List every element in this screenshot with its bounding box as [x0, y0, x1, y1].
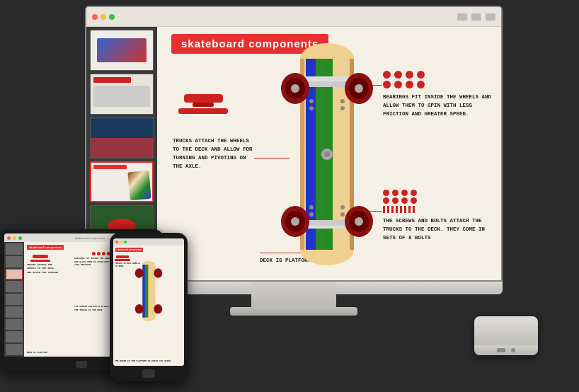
svg-point-31 — [340, 205, 345, 209]
slide-thumb-4[interactable] — [90, 161, 154, 202]
tablet-thumb-3[interactable] — [6, 269, 23, 280]
svg-point-28 — [309, 106, 314, 110]
tablet-thumb-8[interactable] — [6, 331, 23, 342]
phone-min — [120, 241, 122, 243]
svg-point-33 — [340, 212, 345, 217]
tablet-truck-icon — [30, 255, 51, 262]
tablet-home-button[interactable] — [76, 361, 87, 368]
tablet-thumb-2[interactable] — [6, 256, 23, 267]
slide-thumb-1[interactable] — [90, 30, 154, 71]
svg-point-48 — [135, 268, 144, 277]
toolbar-play[interactable] — [457, 13, 467, 21]
tablet-bearing-dots — [92, 252, 110, 255]
monitor-base — [230, 307, 357, 316]
svg-point-26 — [309, 99, 314, 103]
tablet-thumb-9[interactable] — [6, 344, 23, 355]
svg-point-49 — [154, 268, 162, 277]
main-slide: skateboard components TRUCKS ATTACH THE … — [157, 27, 501, 280]
svg-point-25 — [324, 151, 330, 157]
svg-point-15 — [355, 84, 363, 93]
phone-max — [124, 241, 127, 243]
skateboard-visual — [256, 38, 454, 280]
minimize-icon[interactable] — [101, 14, 106, 20]
maximize-icon[interactable] — [109, 14, 115, 20]
tablet-thumb-4[interactable] — [6, 281, 23, 292]
slide-thumb-3[interactable] — [90, 117, 154, 158]
svg-point-32 — [309, 212, 314, 217]
tablet-thumb-7[interactable] — [6, 319, 23, 330]
phone-topbar — [113, 238, 184, 246]
tablet-deck-text: DECK IS PLATFORM — [27, 352, 47, 354]
mac-mini-port-2 — [511, 348, 515, 352]
phone-main: skateboard components — [113, 246, 184, 366]
mac-mini-front — [474, 345, 538, 355]
truck-annotation: TRUCKS ATTACH THE WHEELS TO THE DECK AND… — [173, 137, 254, 171]
svg-point-20 — [291, 217, 299, 226]
phone-close — [115, 241, 118, 243]
phone-truck-icon — [115, 255, 130, 261]
monitor-stand — [251, 282, 336, 310]
mac-mini — [474, 316, 538, 355]
mac-mini-port-1 — [497, 348, 505, 352]
tablet-slide-title: skateboard components — [27, 245, 64, 250]
phone-slide-title: skateboard components — [115, 248, 143, 252]
app-topbar — [86, 7, 501, 27]
svg-point-12 — [291, 84, 299, 93]
tablet-truck-text: TRUCKS ATTACH THE WHEELS TO THE DECK AND… — [27, 263, 59, 275]
tablet-close — [7, 236, 11, 240]
tablet-thumb-1[interactable] — [6, 243, 23, 255]
svg-point-50 — [135, 304, 144, 313]
phone-bottom-text: THE BOARD IS THE PLATFORM ON WHICH YOU S… — [115, 360, 171, 362]
tablet-max — [18, 236, 22, 240]
svg-point-51 — [154, 304, 162, 313]
phone-screen: skateboard components — [113, 238, 184, 366]
tablet-thumb-5[interactable] — [6, 294, 23, 305]
tablet-min — [13, 236, 16, 240]
phone: skateboard components — [110, 233, 188, 381]
svg-point-29 — [340, 106, 345, 110]
phone-home-button[interactable] — [142, 369, 155, 378]
tablet-screws-text: THE SCREWS AND BOLTS ATTACH THE TRUCKS T… — [74, 306, 113, 312]
tablet-thumb-6[interactable] — [6, 306, 23, 318]
svg-point-30 — [309, 205, 314, 209]
toolbar-format[interactable] — [471, 13, 481, 21]
phone-truck-text: TRUCKS ATTACH WHEELS TO DECK — [115, 263, 140, 268]
svg-rect-46 — [145, 265, 148, 318]
tablet-bearing-text: BEARINGS FIT INSIDE THE WHEELS AND ALLOW… — [74, 258, 113, 267]
slide-thumb-2[interactable] — [90, 74, 154, 115]
truck-icon-diagram — [178, 94, 228, 114]
toolbar-animate[interactable] — [486, 13, 495, 21]
truck-annotation-text: TRUCKS ATTACH THE WHEELS TO THE DECK AND… — [173, 137, 254, 171]
tablet-slide-panel — [4, 242, 24, 357]
svg-point-27 — [340, 99, 345, 103]
svg-point-23 — [355, 217, 363, 226]
close-icon[interactable] — [92, 14, 98, 20]
